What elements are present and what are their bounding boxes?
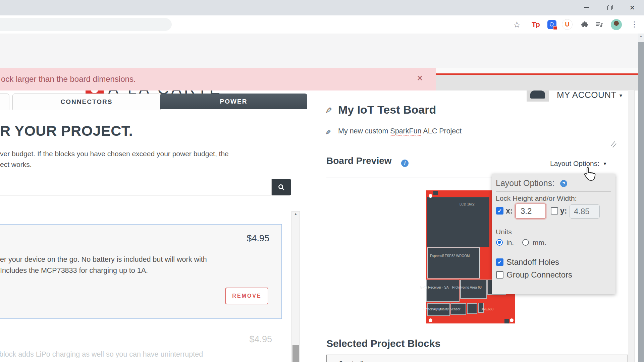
lock-dimensions-label: Lock Height and/or Width: xyxy=(496,194,577,202)
x-label: x: xyxy=(506,206,513,216)
product-card-selected[interactable]: $4.95 er your device on the go. No batte… xyxy=(0,224,282,319)
selected-blocks-panel: Controller xyxy=(326,355,628,362)
check-icon: ✓ xyxy=(497,208,502,214)
bookmark-star-icon[interactable]: ☆ xyxy=(511,18,523,31)
block-label-prototyping: Prototyping Area 68 xyxy=(452,286,482,289)
popup-title: Layout Options: xyxy=(496,178,554,188)
units-in-label[interactable]: in. xyxy=(506,239,514,247)
chevron-down-icon: ▼ xyxy=(619,93,623,98)
browser-titlebar: ✕ xyxy=(0,0,644,15)
board-title[interactable]: My IoT Test Board xyxy=(338,103,436,116)
browser-toolbar: ☆ Tp U ⋮ xyxy=(0,15,644,34)
intro-text-line2: ect works. xyxy=(0,161,32,169)
board-block-prototyping[interactable] xyxy=(460,280,487,299)
product-price: $4.95 xyxy=(249,334,272,345)
page-title: R YOUR PROJECT. xyxy=(0,123,133,139)
gray-backdrop-strip xyxy=(436,75,638,90)
shield-icon xyxy=(547,20,556,29)
my-account-dropdown[interactable]: MY ACCOUNT▼ xyxy=(557,90,623,100)
group-connectors-checkbox[interactable] xyxy=(496,271,503,279)
spellcheck-word: SparkFun xyxy=(390,127,421,135)
board-block-bottom-3[interactable] xyxy=(467,303,477,314)
window-minimize-button[interactable] xyxy=(576,0,597,15)
standoff-hole xyxy=(429,194,432,198)
y-label: y: xyxy=(560,206,567,216)
playlist-icon[interactable] xyxy=(593,18,606,31)
units-mm-radio[interactable] xyxy=(522,239,529,246)
tab-power[interactable]: POWER xyxy=(160,94,307,109)
tab-connectors[interactable]: CONNECTORS xyxy=(12,94,161,110)
error-alert-banner: ock larger than the board dimensions. × xyxy=(0,68,436,90)
browser-profile-avatar[interactable] xyxy=(610,18,623,31)
product-list-scroll-thumb[interactable] xyxy=(292,345,299,362)
product-description-line1: er your device on the go. No battery is … xyxy=(0,255,207,264)
units-label: Units xyxy=(496,228,512,236)
extension-u-icon[interactable]: U xyxy=(561,18,574,31)
block-label-lcd: LCD 16x2 xyxy=(460,202,474,206)
close-window-icon: ✕ xyxy=(630,4,635,12)
alert-close-icon[interactable]: × xyxy=(417,73,423,83)
alert-message: ock larger than the board dimensions. xyxy=(1,74,136,84)
lock-x-input[interactable] xyxy=(515,203,546,219)
board-corner-block xyxy=(504,319,509,323)
divider xyxy=(496,191,611,192)
board-block-gps[interactable] xyxy=(426,280,460,302)
panel-scrollbar[interactable] xyxy=(628,90,635,362)
lock-y-checkbox[interactable] xyxy=(551,207,558,215)
scroll-up-arrow-icon[interactable]: ▲ xyxy=(638,34,644,41)
standoff-hole xyxy=(429,318,432,322)
tab-partial-left[interactable] xyxy=(0,94,9,110)
intro-text-line1: ver budget. If the blocks you have chose… xyxy=(0,150,229,158)
address-bar[interactable] xyxy=(0,18,172,31)
edit-subtitle-pencil-icon[interactable]: ✎ xyxy=(325,128,331,136)
window-close-button[interactable]: ✕ xyxy=(622,0,643,15)
board-block-esp32[interactable] xyxy=(427,247,480,279)
standoff-hole xyxy=(510,318,514,322)
app-window: ✕ ☆ Tp U ⋮ À LA CARTE HELLO, xyxy=(0,0,644,362)
product-price: $4.95 xyxy=(247,233,269,244)
board-corner-block xyxy=(433,191,438,195)
lock-icon xyxy=(553,26,557,30)
extensions-puzzle-icon[interactable] xyxy=(578,18,591,31)
board-preview-heading: Board Preview xyxy=(326,156,392,166)
block-label-bme680: BME680 xyxy=(481,307,493,311)
edit-title-pencil-icon[interactable]: ✎ xyxy=(325,106,332,115)
browser-menu-icon[interactable]: ⋮ xyxy=(628,18,641,31)
search-icon xyxy=(277,183,285,191)
window-restore-button[interactable] xyxy=(599,0,620,15)
standoff-holes-label[interactable]: Standoff Holes xyxy=(506,257,559,267)
avatar xyxy=(611,19,622,30)
minimize-icon xyxy=(584,7,589,8)
browser-scroll-thumb[interactable] xyxy=(638,42,644,362)
content-top-strip xyxy=(436,68,638,73)
check-icon: ✓ xyxy=(497,259,502,265)
restore-icon xyxy=(607,6,612,10)
block-label-air-quality: Air Quality Sensor xyxy=(433,307,461,311)
standoff-holes-checkbox[interactable]: ✓ xyxy=(496,258,503,266)
layout-options-popup: Layout Options: ? Lock Height and/or Wid… xyxy=(492,174,615,294)
resize-grip-icon[interactable] xyxy=(610,141,616,149)
search-button[interactable] xyxy=(272,179,291,195)
extension-tp-icon[interactable]: Tp xyxy=(529,18,542,31)
lock-y-input[interactable] xyxy=(570,204,600,219)
layout-options-toggle[interactable]: Layout Options:▼ xyxy=(550,160,607,168)
units-mm-label[interactable]: mm. xyxy=(533,239,546,247)
extension-shield-icon[interactable] xyxy=(545,18,558,31)
block-search-input[interactable] xyxy=(0,179,272,195)
scroll-up-arrow-icon[interactable]: ▲ xyxy=(291,212,300,220)
help-icon[interactable]: ? xyxy=(560,180,567,187)
block-label-gps: GPS Receiver - SA xyxy=(420,286,449,289)
info-icon[interactable]: i xyxy=(401,160,409,167)
lock-x-checkbox[interactable]: ✓ xyxy=(496,207,503,215)
board-block-lcd[interactable] xyxy=(427,197,489,247)
board-subtitle[interactable]: My new custom SparkFun ALC Project xyxy=(338,127,462,135)
group-connectors-label[interactable]: Group Connectors xyxy=(506,270,572,280)
selected-blocks-heading: Selected Project Blocks xyxy=(326,338,440,349)
units-in-radio[interactable] xyxy=(496,239,503,246)
selected-block-category: Controller xyxy=(338,360,370,362)
remove-button[interactable]: REMOVE xyxy=(225,288,268,304)
product-card-next[interactable]: $4.95 block adds LiPo charging as well s… xyxy=(0,327,282,362)
person-icon-body xyxy=(530,90,545,99)
block-label-esp32: Espressif ESP32 WROOM xyxy=(430,254,470,258)
product-list-scrollbar[interactable] xyxy=(291,211,300,362)
